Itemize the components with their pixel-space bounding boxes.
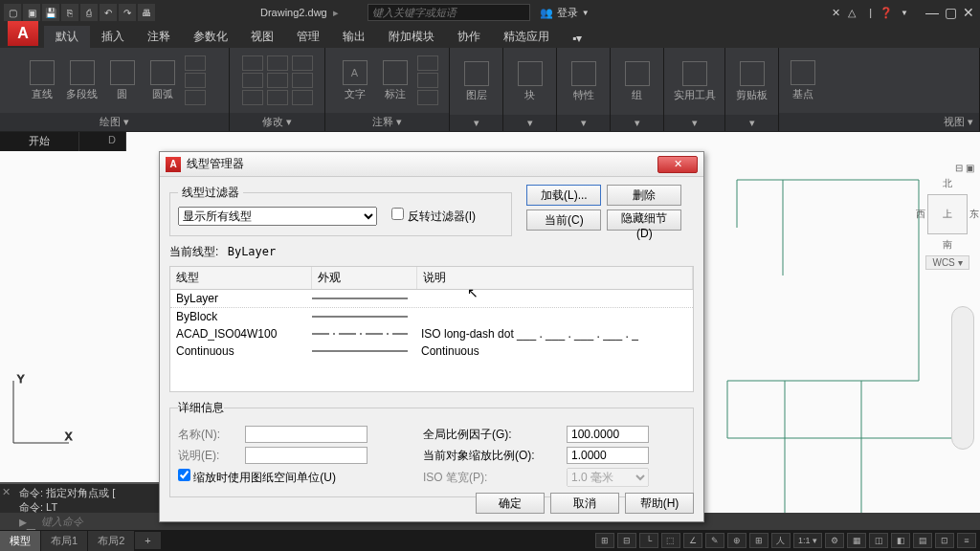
status-icon[interactable]: ∠ (683, 533, 702, 548)
status-icon[interactable]: 人 (771, 533, 791, 548)
modify-icon[interactable] (242, 55, 263, 71)
modify-icon[interactable] (267, 73, 288, 88)
tab-manage[interactable]: 管理 (285, 26, 331, 48)
line-button[interactable]: 直线 (24, 60, 60, 101)
table-row[interactable]: ByLayer (170, 290, 693, 308)
draw-small-icon[interactable] (185, 73, 206, 88)
status-icon[interactable]: ⚙ (825, 533, 844, 548)
cancel-button[interactable]: 取消 (550, 493, 619, 514)
viewcube-close-icon[interactable]: ⊟ ▣ (955, 163, 974, 173)
viewcube[interactable]: 上 (927, 194, 968, 234)
layout1-tab[interactable]: 布局1 (41, 531, 87, 551)
exchange-icon[interactable]: ✕ (832, 7, 840, 19)
wcs-dropdown[interactable]: WCS ▾ (925, 255, 969, 270)
status-icon[interactable]: ◧ (891, 533, 910, 548)
filter-select[interactable]: 显示所有线型 (178, 207, 377, 226)
global-scale-input[interactable]: 100.0000 (567, 426, 649, 443)
linetype-table[interactable]: 线型 外观 说明 ByLayer ByBlock ACAD_ISO04W100 … (169, 266, 694, 392)
modify-icon[interactable] (292, 90, 313, 105)
tab-insert[interactable]: 插入 (90, 26, 136, 48)
help-button[interactable]: 帮助(H) (625, 493, 694, 514)
modify-icon[interactable] (292, 73, 313, 88)
basepoint-button[interactable]: 基点 (785, 60, 821, 101)
annot-icon[interactable] (417, 90, 438, 105)
ok-button[interactable]: 确定 (476, 493, 545, 514)
invert-filter-checkbox[interactable]: 反转过滤器(I) (391, 209, 476, 223)
model-tab[interactable]: 模型 (0, 531, 40, 551)
current-button[interactable]: 当前(C) (526, 209, 601, 231)
status-icon[interactable]: ⊟ (617, 533, 636, 548)
modify-icon[interactable] (267, 90, 288, 105)
login-area[interactable]: 👥 登录 ▼ (540, 6, 590, 20)
draw-small-icon[interactable] (185, 90, 206, 105)
tab-output[interactable]: 输出 (331, 26, 377, 48)
maximize-icon[interactable]: ▢ (945, 5, 957, 20)
tab-default[interactable]: 默认 (44, 26, 90, 48)
help-icon[interactable]: ❓ (880, 7, 893, 19)
dim-button[interactable]: 标注 (377, 60, 413, 101)
group-title-util[interactable]: ▾ (664, 115, 724, 131)
print-icon[interactable]: 🖶 (138, 4, 155, 21)
autocad-logo[interactable]: A (8, 21, 38, 46)
group-title-group[interactable]: ▾ (611, 115, 663, 131)
redo-icon[interactable]: ↷ (119, 4, 136, 21)
group-title-view[interactable]: 视图 ▾ (779, 113, 979, 131)
delete-button[interactable]: 删除 (607, 185, 681, 206)
group-title-modify[interactable]: 修改 ▾ (230, 113, 324, 131)
tab-overflow[interactable]: ▪▾ (561, 29, 593, 48)
clip-button[interactable]: 剪贴板 (734, 61, 770, 102)
group-title-layer[interactable]: ▾ (450, 115, 502, 131)
annot-icon[interactable] (417, 73, 438, 88)
chevron-down-icon[interactable]: ▼ (901, 9, 908, 17)
app-icon[interactable]: △ (848, 7, 856, 19)
status-icon[interactable]: ≡ (957, 533, 976, 548)
polyline-button[interactable]: 多段线 (64, 60, 100, 101)
status-icon[interactable]: ⊞ (595, 533, 614, 548)
tab-addins[interactable]: 附加模块 (377, 26, 446, 48)
modify-icon[interactable] (292, 55, 313, 71)
table-row[interactable]: ByBlock (170, 308, 693, 325)
group-title-block[interactable]: ▾ (503, 115, 556, 131)
layout2-tab[interactable]: 布局2 (88, 531, 134, 551)
close-icon[interactable]: ✕ (963, 5, 974, 20)
tab-collab[interactable]: 协作 (446, 26, 492, 48)
status-icon[interactable]: ⬚ (661, 533, 680, 548)
dropdown-icon[interactable]: ▸ (333, 7, 339, 19)
load-button[interactable]: 加载(L)... (526, 185, 601, 206)
circle-button[interactable]: 圆 (104, 60, 141, 101)
table-row[interactable]: Continuous Continuous (170, 342, 693, 360)
start-tab[interactable]: 开始 (0, 132, 79, 151)
tab-annotate[interactable]: 注释 (136, 26, 182, 48)
draw-small-icon[interactable] (185, 55, 206, 71)
status-icon[interactable]: ⊕ (727, 533, 746, 548)
obj-scale-input[interactable]: 1.0000 (567, 447, 649, 464)
undo-icon[interactable]: ↶ (100, 4, 117, 21)
col-desc[interactable]: 说明 (417, 267, 693, 289)
plot-icon[interactable]: ⎙ (80, 4, 98, 21)
nav-north[interactable]: 北 (943, 177, 952, 190)
layout-add[interactable]: + (135, 532, 160, 549)
col-type[interactable]: 线型 (170, 267, 312, 289)
minimize-icon[interactable]: — (925, 5, 939, 20)
scale-button[interactable]: 1:1 ▾ (793, 533, 822, 548)
status-icon[interactable]: ▦ (847, 533, 866, 548)
group-title-draw[interactable]: 绘图 ▾ (0, 113, 229, 131)
open-icon[interactable]: ▣ (23, 4, 40, 21)
navbar-tool[interactable] (951, 306, 974, 450)
hide-detail-button[interactable]: 隐藏细节(D) (607, 209, 681, 231)
dialog-titlebar[interactable]: A 线型管理器 ✕ (160, 152, 703, 177)
status-icon[interactable]: └ (639, 533, 658, 548)
tab-parametric[interactable]: 参数化 (182, 26, 239, 48)
annot-icon[interactable] (417, 55, 438, 71)
status-icon[interactable]: ◫ (869, 533, 888, 548)
text-button[interactable]: A文字 (337, 60, 373, 101)
nav-west[interactable]: 西 (916, 208, 925, 221)
status-icon[interactable]: ▤ (913, 533, 932, 548)
group-title-clip[interactable]: ▾ (725, 115, 778, 131)
status-icon[interactable]: ⊡ (935, 533, 954, 548)
new-icon[interactable]: ▢ (4, 4, 21, 21)
search-input[interactable] (368, 4, 530, 21)
paperspace-checkbox[interactable]: 缩放时使用图纸空间单位(U) (178, 469, 368, 486)
col-appearance[interactable]: 外观 (312, 267, 417, 289)
modify-icon[interactable] (242, 90, 263, 105)
